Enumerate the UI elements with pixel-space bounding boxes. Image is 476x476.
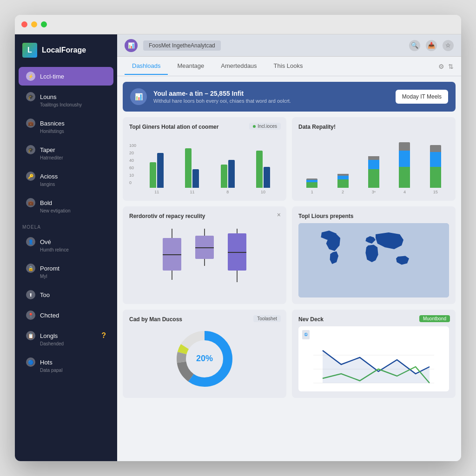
- bar-label-4: 10: [261, 190, 265, 194]
- sidebar-item-chcted[interactable]: 📍 Chcted: [19, 306, 113, 324]
- settings-icon[interactable]: ⚙: [438, 63, 444, 70]
- sidebar-logo: L LocalForage: [15, 34, 117, 66]
- bar-group-1: 11: [140, 141, 173, 194]
- tabs-actions: ⚙ ⇅: [438, 63, 454, 70]
- bar-blue-4: [264, 167, 270, 188]
- app-layout: L LocalForage ⚡ Lccl-time 🎓 Louns Toalit…: [15, 34, 461, 461]
- line-chart-header: ①: [302, 330, 445, 339]
- upload-icon: ⬆: [26, 290, 35, 299]
- logo-icon: L: [22, 43, 37, 58]
- bar-label-1: 11: [154, 190, 159, 194]
- bar-group-3: 8: [211, 141, 245, 194]
- top-bar: 📊 FoosMet IngetheAnalytcad 🔍 📥 ☆: [117, 34, 461, 57]
- banner-title: Youl aame- a tin – 25,855 Infit: [153, 90, 389, 97]
- taper-icon: 🎓: [26, 145, 35, 154]
- briefcase-icon: 💼: [26, 119, 35, 128]
- tab-amerteddaus[interactable]: Amerteddaus: [213, 58, 264, 75]
- search-icon[interactable]: 🔍: [409, 40, 420, 51]
- chart-list-icon: ①: [302, 330, 310, 339]
- bar-label-2: 11: [190, 190, 194, 194]
- tabs-bar: Dashloads Meantage Amerteddaus This Look…: [117, 57, 461, 76]
- sidebar-item-louns[interactable]: 🎓 Louns Toalitngs Inclonushy: [19, 87, 113, 112]
- sidebar-item-acioss[interactable]: 🔑 Acioss Iangins: [19, 167, 113, 192]
- bar-blue-3: [228, 160, 235, 188]
- bar-green-3: [221, 165, 227, 188]
- topbar-actions: 🔍 📥 ☆: [409, 40, 454, 51]
- minimize-button[interactable]: [31, 21, 37, 27]
- pin-icon: 📍: [26, 311, 35, 320]
- chart-donut: Cad by Man Ducoss Toolashet: [123, 310, 286, 398]
- maximize-button[interactable]: [41, 21, 47, 27]
- sidebar-item-poromt[interactable]: 🔒 Poromt Myl: [19, 259, 113, 284]
- bold-icon: 💼: [26, 198, 35, 207]
- banner-text: Youl aame- a tin – 25,855 Infit Withdul …: [153, 90, 389, 104]
- bar-group-4: 10: [246, 141, 280, 194]
- main-content: 📊 FoosMet IngetheAnalytcad 🔍 📥 ☆ Dashloa…: [117, 34, 461, 461]
- badge-dot: [253, 125, 256, 128]
- banner-subtitle: Withdul hare loors boh every ooi, chiaes…: [153, 98, 389, 104]
- content-area: 📊 Youl aame- a tin – 25,855 Infit Withdu…: [117, 76, 461, 461]
- chart1-badge: Incl.ioces: [249, 123, 281, 130]
- chart6-badge: Muontbond: [419, 315, 450, 322]
- topbar-icon: 📊: [125, 39, 138, 52]
- tab-meantage[interactable]: Meantage: [170, 58, 212, 75]
- lock-icon: 🔒: [26, 264, 35, 273]
- chart2-title: Data Repality!: [298, 124, 449, 130]
- sidebar-item-taper[interactable]: 🎓 Taper Hatrnediter: [19, 140, 113, 165]
- bar-blue-2: [192, 169, 199, 188]
- sidebar-section-moela: Moela: [15, 219, 117, 231]
- topbar-title: FoosMet IngetheAnalytcad: [143, 40, 221, 51]
- logo-text: LocalForage: [42, 46, 86, 54]
- filter-icon[interactable]: ⇅: [448, 63, 454, 70]
- stacked-bar-4: 4: [391, 141, 418, 194]
- chart-line: Nev Deck Muontbond ①: [292, 310, 456, 398]
- sidebar-item-bold[interactable]: 💼 Bold New evtigation: [19, 193, 113, 218]
- close-button[interactable]: [21, 21, 27, 27]
- sidebar-item-lccl-time[interactable]: ⚡ Lccl-time: [19, 67, 113, 86]
- sidebar: L LocalForage ⚡ Lccl-time 🎓 Louns Toalit…: [15, 34, 117, 461]
- bar-green-4: [256, 151, 263, 188]
- donut-container: 20%: [129, 326, 280, 391]
- close-chart3[interactable]: ×: [277, 211, 281, 218]
- star-icon[interactable]: ☆: [443, 40, 454, 51]
- sidebar-item-basnices[interactable]: 💼 Basnices Honiifstings: [19, 114, 113, 139]
- sidebar-item-hots[interactable]: 🔵 Hots Data papal: [19, 353, 113, 377]
- title-bar: [15, 15, 461, 34]
- stacked-bar-5: 15: [422, 141, 449, 194]
- lightning-icon: ⚡: [26, 72, 35, 81]
- chart3-title: Rerdorotiv of repacy reculity: [129, 213, 280, 219]
- key-icon: 🔑: [26, 172, 35, 181]
- sidebar-item-longls[interactable]: 📋 Longls ? Dashended: [19, 326, 113, 351]
- svg-text:20%: 20%: [196, 354, 213, 363]
- circle-icon: 🔵: [26, 357, 35, 367]
- line-chart-container: ①: [298, 326, 449, 391]
- tab-this-looks[interactable]: This Looks: [266, 58, 311, 75]
- charts-grid: Topl Giners Hotal ation of coomer Incl.i…: [123, 117, 456, 398]
- bar-green-1: [150, 162, 156, 188]
- banner-button[interactable]: Moday IT Meels: [396, 90, 448, 104]
- sidebar-item-ove[interactable]: 👤 Ové Humth relince: [19, 232, 113, 257]
- tab-dashloads[interactable]: Dashloads: [125, 58, 168, 75]
- person-icon: 👤: [26, 237, 35, 246]
- chart-boxplot: Rerdorotiv of repacy reculity ×: [123, 206, 286, 304]
- banner: 📊 Youl aame- a tin – 25,855 Infit Withdu…: [123, 82, 456, 112]
- chart-stacked: Data Repality! 1: [292, 117, 456, 201]
- chart4-title: Topl Liours prepents: [298, 213, 449, 219]
- list-icon: 📋: [26, 331, 35, 340]
- app-window: L LocalForage ⚡ Lccl-time 🎓 Louns Toalit…: [15, 15, 461, 461]
- chart-map: Topl Liours prepents: [292, 206, 456, 304]
- map-container: [298, 223, 449, 298]
- stacked-bar-2: 2: [329, 141, 356, 194]
- stacked-bar-3: 3ⁿ: [360, 141, 387, 194]
- bar-group-2: 11: [175, 141, 209, 194]
- bar-blue-1: [157, 153, 164, 188]
- cap-icon: 🎓: [26, 92, 35, 101]
- stacked-bar-1: 1: [298, 141, 325, 194]
- bar-green-2: [185, 148, 192, 188]
- download-icon[interactable]: 📥: [426, 40, 437, 51]
- chart-bar: Topl Giners Hotal ation of coomer Incl.i…: [123, 117, 286, 201]
- chart5-badge: Toolashet: [253, 315, 281, 322]
- sidebar-item-too[interactable]: ⬆ Too: [19, 285, 113, 304]
- banner-icon: 📊: [130, 88, 147, 105]
- question-badge: ?: [101, 331, 106, 340]
